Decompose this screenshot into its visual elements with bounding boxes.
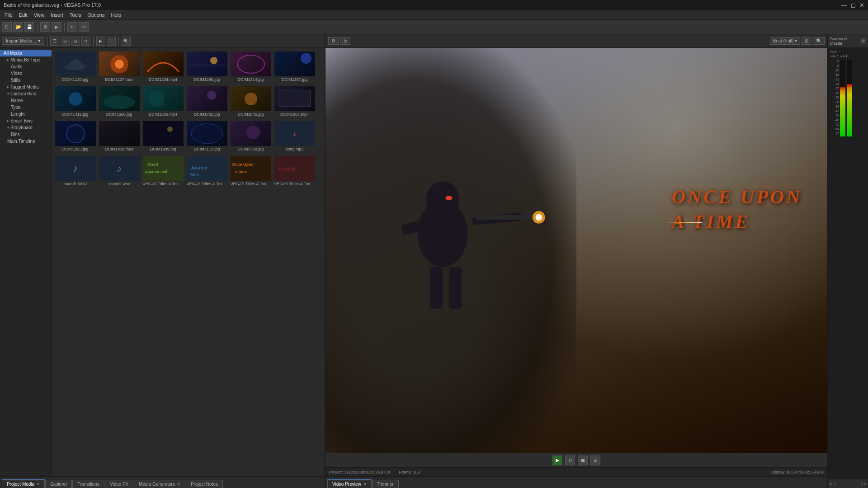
media-item[interactable]: DCIM1137.mov	[98, 50, 141, 84]
tree-item-main-timeline[interactable]: Main Timeline	[0, 138, 52, 145]
tab-project-notes[interactable]: Project Notes	[186, 480, 223, 488]
maximize-button[interactable]: ◻	[851, 2, 856, 9]
zoom-button[interactable]: 🔍	[122, 37, 131, 46]
tree-label: Media By Type	[10, 57, 40, 62]
preview-toolbar: ⚙ fx Best (Full) ▾ ⊞ 🔍	[326, 34, 827, 48]
menu-edit[interactable]: Edit	[16, 11, 30, 19]
render-button[interactable]: ▶	[52, 22, 61, 32]
media-item[interactable]: DCIM1566.mp4	[142, 84, 184, 118]
media-item[interactable]: ♪ sound1.WAV	[54, 154, 97, 188]
media-item[interactable]: Goodagainst evil VEGAS Titles & Text Goo…	[142, 154, 184, 188]
view-list-button[interactable]: ☰	[50, 37, 59, 46]
preview-fx-button[interactable]: fx	[340, 37, 350, 45]
media-item[interactable]: DCIM1314.jpg	[229, 50, 272, 84]
tab-close-icon[interactable]: ✕	[177, 482, 180, 487]
media-item[interactable]: DCIM1290.jpg	[185, 50, 228, 84]
tree-item-all-media[interactable]: All Media	[0, 50, 52, 56]
tree-item-custom-bins[interactable]: ▾ Custom Bins	[0, 90, 52, 97]
minimize-button[interactable]: —	[841, 2, 847, 9]
tab-video-fx[interactable]: Video FX	[105, 480, 133, 488]
menu-help[interactable]: Help	[108, 11, 124, 19]
preview-menu-button[interactable]: ≡	[590, 455, 600, 465]
tab-close-icon[interactable]: ✕	[363, 482, 367, 487]
media-thumbnail	[55, 121, 96, 146]
view-details-button[interactable]: ⊟	[71, 37, 80, 46]
tree-item-media-by-type[interactable]: ▸ Media By Type	[0, 56, 52, 63]
tab-trimmer[interactable]: Trimmer	[372, 480, 399, 488]
menu-options[interactable]: Options	[85, 11, 108, 19]
tab-transitions[interactable]: Transitions	[72, 480, 104, 488]
preview-settings-button[interactable]: ⚙	[328, 37, 339, 45]
media-item[interactable]: tragedy VEGAS Titles & Text tragedy	[273, 154, 316, 188]
media-item[interactable]: DCIM1566.jpg	[98, 84, 141, 118]
meter-value-right: 0.0	[860, 482, 866, 486]
tab-media-generators[interactable]: Media Generators ✕	[134, 480, 185, 488]
media-item[interactable]: DCIM1387.jpg	[273, 50, 316, 84]
preview-play-button[interactable]: ▶	[552, 455, 562, 465]
open-button[interactable]: 📂	[13, 22, 23, 32]
menu-tools[interactable]: Tools	[67, 11, 84, 19]
preview-zoom-button[interactable]: 🔍	[813, 37, 825, 45]
media-item[interactable]: Justicewins VEGAS Titles & Text Justice …	[185, 154, 228, 188]
preview-quality-select[interactable]: Best (Full) ▾	[770, 37, 800, 45]
tab-video-preview[interactable]: Video Preview ✕	[327, 479, 372, 488]
tree-item-tagged-media[interactable]: ▸ Tagged Media	[0, 84, 52, 90]
menu-file[interactable]: File	[2, 11, 15, 19]
tree-arrow: ▸	[7, 58, 9, 62]
media-item[interactable]: DCIM1867.mp4	[273, 84, 316, 118]
preview-stop-button[interactable]: ⏹	[578, 455, 588, 465]
titlebar-controls[interactable]: — ◻ ✕	[841, 2, 864, 9]
close-button[interactable]: ✕	[859, 2, 864, 9]
tree-item-video[interactable]: Video	[0, 70, 52, 77]
media-item[interactable]: DCIM1845.jpg	[229, 84, 272, 118]
tree-item-storyboard[interactable]: ▾ Storyboard	[0, 124, 52, 131]
refresh-button[interactable]: ↺	[81, 37, 90, 46]
tab-explorer[interactable]: Explorer	[45, 480, 72, 488]
preview-pause-button[interactable]: ⏸	[565, 455, 575, 465]
preview-view-button[interactable]: ⊞	[802, 37, 811, 45]
tree-item-smart-bins[interactable]: ▸ Smart Bins	[0, 117, 52, 124]
media-item[interactable]: ♪ sound2.wav	[98, 154, 141, 188]
new-project-button[interactable]: 🗋	[2, 22, 12, 32]
meter-settings-button[interactable]: ⚙	[860, 38, 866, 44]
undo-button[interactable]: ↩	[67, 22, 77, 32]
media-item[interactable]: DCIM1923.jpg	[54, 119, 97, 153]
media-item[interactable]: DCIM1412.jpg	[54, 84, 97, 118]
tree-label: Bins	[11, 132, 19, 137]
project-tree: All Media ▸ Media By Type Audio Video St…	[0, 48, 52, 476]
tab-close-icon[interactable]: ✕	[36, 482, 40, 487]
play-button[interactable]: ▶	[96, 37, 105, 46]
svg-rect-11	[279, 91, 311, 107]
tree-item-lenght[interactable]: Lenght	[0, 111, 52, 117]
svg-text:tragedy: tragedy	[279, 166, 296, 171]
tree-label: Storyboard	[10, 125, 33, 130]
media-thumbnail	[274, 52, 315, 76]
properties-button[interactable]: ⚙	[40, 22, 50, 32]
stop-button[interactable]: ⬛	[107, 37, 116, 46]
media-item[interactable]: DCIM1120.jpg	[54, 50, 97, 84]
tree-item-type[interactable]: Type	[0, 104, 52, 111]
save-button[interactable]: 💾	[24, 22, 34, 32]
media-item[interactable]: DCIM1939.mp4	[98, 119, 141, 153]
media-item[interactable]: DCIM3768.jpg	[229, 119, 272, 153]
media-item[interactable]: DCIM1234.mp4	[142, 50, 184, 84]
preview-panel: ⚙ fx Best (Full) ▾ ⊞ 🔍	[326, 34, 827, 488]
svg-point-14	[167, 127, 173, 132]
tab-project-media[interactable]: Project Media ✕	[2, 479, 45, 488]
tree-item-audio[interactable]: Audio	[0, 63, 52, 70]
redo-button[interactable]: ↪	[79, 22, 89, 32]
tree-item-bins[interactable]: Bins	[0, 131, 52, 138]
media-item[interactable]: Once Upona time VEGAS Titles & Text Once…	[229, 154, 272, 188]
media-thumbnail: ♪	[274, 121, 315, 146]
media-item[interactable]: ♪ song.mp3	[273, 119, 316, 153]
import-media-button[interactable]: Import Media... ▾	[2, 37, 44, 45]
tree-item-name[interactable]: Name	[0, 97, 52, 104]
media-item[interactable]: DCIM3112.jpg	[185, 119, 228, 153]
media-item[interactable]: DCIM1999.jpg	[142, 119, 184, 153]
menu-insert[interactable]: Insert	[48, 11, 66, 19]
menu-view[interactable]: View	[31, 11, 47, 19]
view-grid-button[interactable]: ⊞	[61, 37, 70, 46]
media-item[interactable]: DCIM1765.jpg	[185, 84, 228, 118]
toolbar-separator2	[93, 37, 94, 46]
tree-item-stills[interactable]: Stills	[0, 77, 52, 84]
